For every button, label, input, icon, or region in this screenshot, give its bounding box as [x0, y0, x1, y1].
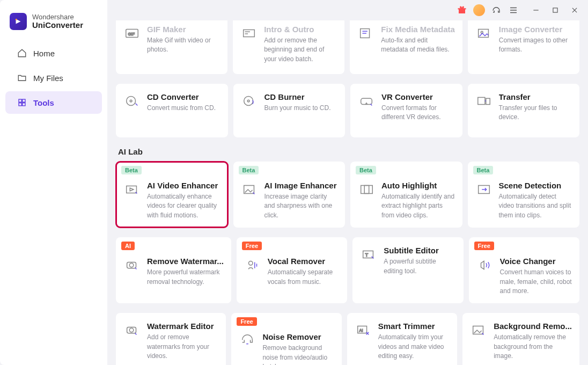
video-enhance-icon [123, 181, 141, 198]
badge-beta: Beta [356, 166, 376, 174]
badge-beta: Beta [473, 166, 494, 174]
headset-icon[interactable] [490, 4, 502, 16]
card-desc: Convert images to other formats. [499, 36, 572, 55]
card-desc: Convert music from CD. [147, 104, 220, 113]
card-desc: Automatically identify and extract highl… [381, 192, 455, 220]
card-desc: Add or remove watermarks from your video… [147, 333, 218, 361]
sidebar-item-label: My Files [33, 74, 63, 83]
card-remove-watermark[interactable]: AI Remove Watermar... More powerful wate… [116, 237, 231, 303]
card-vr-converter[interactable]: VR Converter Convert formats for differe… [350, 84, 462, 137]
card-title: Smart Trimmer [378, 322, 450, 331]
trimmer-icon: AI [355, 322, 372, 339]
svg-text:AI: AI [359, 328, 363, 333]
card-scene-detection[interactable]: Beta Scene Detection Automatically detec… [468, 162, 580, 228]
card-subtitle-editor[interactable]: T Subtitle Editor A powerful subtitle ed… [352, 237, 463, 303]
burn-icon [241, 92, 258, 110]
card-noise-remover[interactable]: Free Noise Remover Remove background noi… [231, 313, 341, 365]
avatar[interactable] [473, 4, 485, 16]
svg-rect-17 [477, 97, 484, 104]
card-fix-metadata[interactable]: Fix Media Metadata Auto-fix and edit met… [350, 20, 462, 74]
gif-icon: GIF [123, 25, 141, 42]
sidebar: Wondershare UniConverter Home My Files T… [0, 0, 107, 365]
svg-point-15 [247, 100, 249, 102]
card-intro-outro[interactable]: Intro & Outro Add or remove the beginnin… [233, 20, 344, 74]
card-title: Background Remo... [494, 322, 572, 331]
card-title: Scene Detection [499, 181, 572, 190]
card-desc: Increase image clarity and sharpness wit… [264, 192, 338, 220]
svg-point-12 [127, 97, 136, 106]
minimize-button[interactable] [530, 4, 542, 16]
card-title: Remove Watermar... [147, 257, 224, 266]
svg-point-30 [129, 328, 134, 333]
sidebar-item-myfiles[interactable]: My Files [5, 67, 102, 89]
bg-remove-icon [470, 322, 487, 339]
badge-free: Free [474, 242, 494, 250]
folder-icon [17, 73, 27, 83]
svg-rect-8 [244, 30, 255, 36]
highlight-icon [358, 181, 375, 198]
svg-point-25 [129, 263, 134, 267]
card-auto-highlight[interactable]: Beta Auto Highlight Automatically identi… [350, 162, 462, 228]
card-title: GIF Maker [147, 25, 220, 34]
card-desc: Make Gif with video or photos. [147, 36, 220, 55]
card-gif-maker[interactable]: GIF GIF Maker Make Gif with video or pho… [116, 20, 227, 74]
transfer-icon [475, 92, 493, 110]
gift-icon[interactable] [456, 4, 468, 16]
menu-icon[interactable] [508, 4, 519, 16]
card-title: Voice Changer [500, 257, 572, 266]
card-title: Subtitle Editor [384, 246, 455, 255]
card-ai-image-enhancer[interactable]: Beta AI Image Enhancer Increase image cl… [233, 162, 346, 228]
svg-point-14 [244, 97, 253, 106]
image-enhance-icon [241, 181, 258, 198]
card-title: Auto Highlight [381, 181, 455, 190]
card-title: VR Converter [381, 92, 455, 101]
card-title: Watermark Editor [147, 322, 218, 331]
close-button[interactable] [569, 4, 580, 16]
svg-text:T: T [365, 252, 369, 258]
card-background-remover[interactable]: Background Remo... Automatically remove … [462, 313, 579, 365]
card-transfer[interactable]: Transfer Transfer your files to device. [468, 84, 580, 137]
card-desc: Automatically enhance videos for clearer… [147, 192, 220, 220]
card-title: Intro & Outro [264, 25, 337, 34]
card-cd-converter[interactable]: CD Converter Convert music from CD. [116, 84, 228, 137]
svg-point-26 [248, 261, 253, 266]
card-title: Fix Media Metadata [381, 25, 455, 34]
card-desc: Transfer your files to device. [499, 104, 572, 122]
ailab-row-2: AI Remove Watermar... More powerful wate… [116, 237, 579, 303]
maximize-button[interactable] [549, 4, 561, 16]
home-icon [17, 48, 27, 58]
subtitle-icon: T [360, 246, 377, 263]
card-image-converter[interactable]: Image Converter Convert images to other … [468, 20, 579, 74]
logo-text: Wondershare UniConverter [32, 13, 83, 30]
card-desc: A powerful subtitle editing tool. [384, 257, 455, 276]
svg-rect-1 [19, 99, 21, 102]
card-desc: Burn your music to CD. [264, 104, 338, 113]
badge-beta: Beta [239, 166, 259, 174]
logo-icon [10, 13, 27, 30]
sidebar-item-home[interactable]: Home [5, 42, 102, 64]
card-cd-burner[interactable]: CD Burner Burn your music to CD. [233, 84, 346, 137]
card-desc: Automatically remove the background from… [494, 333, 572, 361]
card-watermark-editor[interactable]: Watermark Editor Add or remove watermark… [116, 313, 226, 365]
card-voice-changer[interactable]: Free Voice Changer Convert human voices … [469, 237, 579, 303]
sidebar-item-tools[interactable]: Tools [5, 91, 102, 114]
tool-row-partial: GIF GIF Maker Make Gif with video or pho… [116, 20, 579, 74]
image-icon [475, 25, 493, 42]
svg-point-0 [16, 19, 17, 20]
voice-icon [476, 257, 494, 274]
ailab-row-1: Beta AI Video Enhancer Automatically enh… [116, 162, 579, 228]
vocal-icon [244, 257, 261, 274]
card-title: AI Image Enhancer [264, 181, 338, 190]
card-vocal-remover[interactable]: Free Vocal Remover Automatically separat… [237, 237, 347, 303]
badge-free: Free [237, 317, 256, 326]
tool-row-2: CD Converter Convert music from CD. CD B… [116, 84, 579, 137]
brand-bottom: UniConverter [32, 21, 83, 30]
card-ai-video-enhancer[interactable]: Beta AI Video Enhancer Automatically enh… [116, 162, 228, 228]
app-logo: Wondershare UniConverter [0, 9, 107, 41]
brand-top: Wondershare [32, 13, 83, 21]
main-area: GIF GIF Maker Make Gif with video or pho… [107, 0, 588, 365]
svg-point-13 [130, 100, 132, 102]
card-smart-trimmer[interactable]: AI Smart Trimmer Automatically trim your… [347, 313, 457, 365]
card-title: Image Converter [499, 25, 572, 34]
badge-ai: AI [121, 242, 135, 250]
